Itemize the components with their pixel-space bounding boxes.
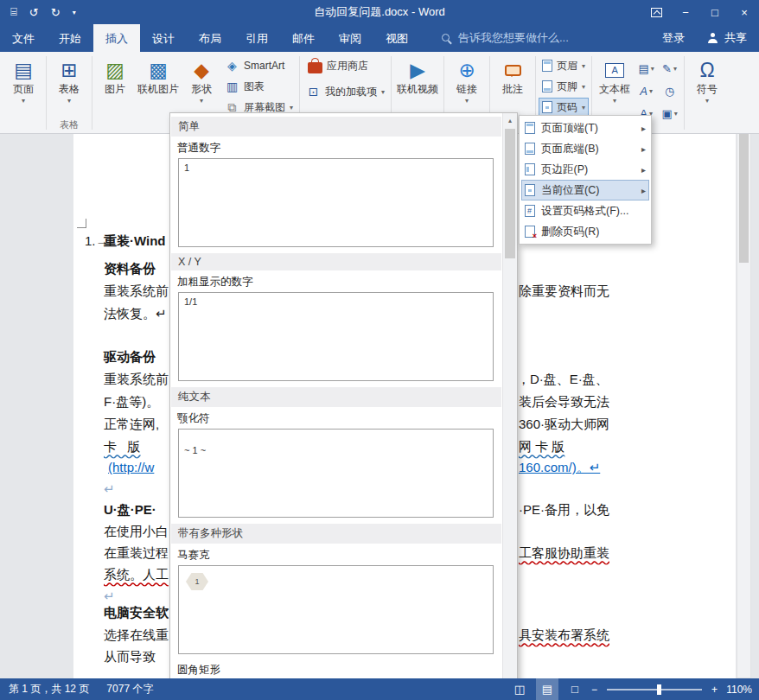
menu-item-page-margins[interactable]: 页边距(P) ▸ <box>521 159 649 180</box>
my-addins-button[interactable]: ⊡ 我的加载项 ▾ <box>303 82 388 101</box>
link-icon: ⊕ <box>458 57 475 83</box>
page-number-label: 页码 <box>557 100 577 115</box>
maximize-button[interactable]: □ <box>700 0 730 24</box>
object-button[interactable]: ▣ ▾ <box>658 102 681 124</box>
online-pictures-button[interactable]: ▩ 联机图片 <box>135 54 182 95</box>
menu-item-remove-page-numbers[interactable]: × 删除页码(R) <box>521 221 649 242</box>
zoom-level[interactable]: 110% <box>723 684 752 696</box>
print-layout-button[interactable]: ▤ <box>536 678 558 700</box>
tab-layout[interactable]: 布局 <box>187 24 233 52</box>
menu-item-current-position[interactable]: 当前位置(C) ▸ <box>521 180 649 200</box>
tell-me-box[interactable]: 告诉我您想要做什么... <box>432 24 577 52</box>
tab-references[interactable]: 引用 <box>233 24 280 52</box>
menu-item-format-page-numbers[interactable]: 设置页码格式(F)... <box>521 200 649 221</box>
page-number-button[interactable]: 页码 ▾ <box>539 98 589 117</box>
doc-text: 选择在线重 <box>104 627 169 643</box>
redo-icon[interactable]: ↻ <box>51 6 61 19</box>
undo-icon[interactable]: ↺ <box>29 6 39 19</box>
zoom-slider-thumb[interactable] <box>657 684 661 695</box>
smartart-button[interactable]: ◈ SmartArt <box>221 56 297 75</box>
preview-number: 1/1 <box>184 296 197 307</box>
doc-text: 卡 版 <box>104 439 141 455</box>
page-info[interactable]: 第 1 页，共 12 页 <box>9 682 89 697</box>
ribbon-display-options-button[interactable] <box>641 0 671 24</box>
doc-text: 工客服协助重装 <box>519 545 609 561</box>
link-button[interactable]: ⊕ 链接 ▾ <box>447 54 487 105</box>
doc-hyperlink[interactable]: 160.com/)。↵ <box>519 460 600 475</box>
document-scrollbar[interactable]: ▴ <box>737 115 751 678</box>
table-button[interactable]: ⊞ 表格 ▾ <box>49 54 89 105</box>
footer-button[interactable]: 页脚 ▾ <box>539 77 589 96</box>
smartart-icon: ◈ <box>225 59 239 73</box>
online-pictures-icon: ▩ <box>149 57 168 83</box>
wordart-button[interactable]: A ▾ <box>635 80 658 102</box>
status-right: ◫ ▤ □ − + 110% <box>508 678 759 700</box>
signature-line-button[interactable]: ✎ ▾ <box>658 57 681 80</box>
scrollbar-thumb[interactable] <box>739 133 749 263</box>
chart-icon: ▥ <box>225 80 239 93</box>
gallery-item-tilde[interactable]: ~ 1 ~ <box>178 429 494 518</box>
shapes-button[interactable]: ◆ 形状 ▾ <box>182 54 221 105</box>
date-time-button[interactable]: ◷ <box>658 80 681 102</box>
tab-view[interactable]: 视图 <box>373 24 420 52</box>
text-icon-grid: ▤ ▾ ✎ ▾ A ▾ ◷ A ▾ ▣ ▾ <box>635 54 681 124</box>
customize-qat-icon[interactable]: ▾ <box>73 9 76 16</box>
web-layout-button[interactable]: □ <box>564 678 586 700</box>
picture-button[interactable]: ▨ 图片 <box>95 54 135 95</box>
doc-text: ·PE·备用，以免 <box>519 502 609 518</box>
tab-design[interactable]: 设计 <box>140 24 187 52</box>
read-mode-button[interactable]: ◫ <box>508 678 531 700</box>
textbox-button[interactable]: A 文本框 ▾ <box>595 54 635 105</box>
tab-review[interactable]: 审阅 <box>327 24 373 52</box>
chevron-down-icon: ▾ <box>705 97 709 105</box>
menu-item-label: 页面底端(B) <box>541 142 599 156</box>
tab-mailings[interactable]: 邮件 <box>280 24 327 52</box>
format-page-numbers-icon <box>525 205 535 217</box>
online-video-button[interactable]: ▶ 联机视频 <box>394 54 441 95</box>
quick-parts-button[interactable]: ▤ ▾ <box>635 57 658 80</box>
ribbon-tab-bar: 文件 开始 插入 设计 布局 引用 邮件 审阅 视图 告诉我您想要做什么... … <box>0 24 759 52</box>
comment-button[interactable]: 批注 <box>493 54 533 95</box>
gallery-scrollbar[interactable]: ▴ ▾ <box>502 113 517 686</box>
gallery-header-simple: 简单 <box>171 117 501 137</box>
gallery-item-mosaic[interactable]: 1 <box>178 565 494 654</box>
save-icon[interactable]: ⌸ <box>10 5 17 19</box>
tab-file[interactable]: 文件 <box>0 24 47 52</box>
header-button[interactable]: 页眉 ▾ <box>539 56 589 75</box>
zoom-slider[interactable] <box>607 689 702 690</box>
scroll-up-icon[interactable]: ▴ <box>503 113 517 127</box>
pages-button[interactable]: ▤ 页面 ▾ <box>3 54 43 105</box>
menu-item-bottom-of-page[interactable]: 页面底端(B) ▸ <box>521 138 649 159</box>
chart-button[interactable]: ▥ 图表 <box>221 77 297 96</box>
gallery-item-plain-number[interactable]: 1 <box>178 158 494 247</box>
doc-text: 具安装布署系统 <box>519 627 609 643</box>
gallery-header-plaintext: 纯文本 <box>171 387 501 407</box>
my-addins-icon: ⊡ <box>306 85 321 99</box>
zoom-out-button[interactable]: − <box>591 684 597 696</box>
minimize-button[interactable]: − <box>671 0 700 24</box>
doc-text: 系统。人工 <box>104 567 169 582</box>
share-button[interactable]: 共享 <box>695 30 759 46</box>
sign-in-button[interactable]: 登录 <box>652 30 695 46</box>
doc-text: 从而导致 <box>104 649 156 665</box>
doc-text: 网 卡 版 <box>519 439 564 455</box>
symbol-button[interactable]: Ω 符号 ▾ <box>687 54 727 105</box>
gallery-item-bold-number[interactable]: 1/1 <box>178 292 494 381</box>
scrollbar-thumb[interactable] <box>505 129 515 258</box>
tab-home[interactable]: 开始 <box>47 24 93 52</box>
word-count[interactable]: 7077 个字 <box>106 682 153 697</box>
chart-label: 图表 <box>244 80 265 94</box>
store-button[interactable]: 应用商店 <box>303 56 388 75</box>
menu-item-label: 删除页码(R) <box>541 225 599 239</box>
doc-text: 重装系统前 <box>104 372 169 387</box>
tab-insert[interactable]: 插入 <box>93 24 140 52</box>
menu-item-top-of-page[interactable]: 页面顶端(T) ▸ <box>521 118 649 138</box>
comment-label: 批注 <box>502 83 523 95</box>
close-button[interactable]: × <box>730 0 759 24</box>
submenu-arrow-icon: ▸ <box>641 124 646 133</box>
zoom-in-button[interactable]: + <box>711 684 718 696</box>
quick-parts-icon: ▤ <box>638 62 648 75</box>
page-number-icon <box>542 101 552 113</box>
doc-hyperlink[interactable]: (http://w <box>108 460 154 475</box>
symbol-label: 符号 <box>697 83 718 95</box>
